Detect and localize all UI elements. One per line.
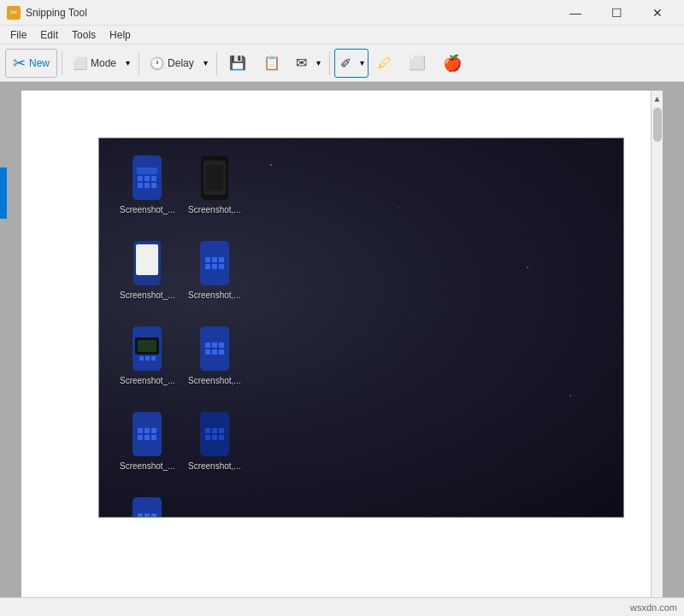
file-icon-1 <box>132 154 162 202</box>
pen-dropdown-arrow[interactable]: ▾ <box>357 49 368 78</box>
delay-dropdown-arrow[interactable]: ▾ <box>199 49 212 78</box>
left-accent <box>0 167 7 219</box>
file-label: Screenshot_... <box>120 205 174 214</box>
list-item[interactable]: Screenshot_... <box>116 403 178 478</box>
delay-icon: 🕐 <box>150 56 164 70</box>
mode-dropdown-arrow[interactable]: ▾ <box>121 49 134 78</box>
title-bar: ✂ Snipping Tool — ☐ ✕ <box>0 0 684 26</box>
list-item[interactable]: Screenshot_... <box>116 232 178 307</box>
color-picker-button[interactable]: 🍎 <box>435 49 469 78</box>
file-icon-7 <box>132 410 162 458</box>
color-picker-icon: 🍎 <box>443 54 462 73</box>
file-icon-9 <box>132 496 162 518</box>
pen-dropdown[interactable]: ✏ ▾ <box>334 49 369 78</box>
file-label: Screenshot_... <box>120 290 174 300</box>
mode-chevron-icon: ▾ <box>126 58 130 67</box>
eraser-icon: ⬜ <box>409 55 426 71</box>
send-button[interactable]: ✉ <box>290 49 312 78</box>
title-bar-left: ✂ Snipping Tool <box>7 6 87 20</box>
close-button[interactable]: ✕ <box>638 0 677 26</box>
new-label: New <box>29 57 50 69</box>
menu-bar: File Edit Tools Help <box>0 26 684 44</box>
highlighter-button[interactable]: 🖊 <box>370 49 399 78</box>
file-icon-2 <box>199 154 230 202</box>
delay-dropdown[interactable]: 🕐 Delay ▾ <box>144 49 212 78</box>
pen-icon: ✏ <box>336 53 356 73</box>
copy-button[interactable]: 📋 <box>256 49 288 78</box>
pen-chevron-icon: ▾ <box>360 58 364 67</box>
file-label: Screenshot,... <box>188 205 241 214</box>
screenshot-content: Screenshot_... Screenshot,... <box>21 91 663 597</box>
status-bar: wsxdn.com <box>0 597 684 616</box>
file-icon-8 <box>199 410 230 458</box>
list-item[interactable]: Screenshot,... <box>185 232 245 307</box>
new-button[interactable]: ✂ New <box>5 49 57 78</box>
mode-dropdown[interactable]: ⬜ Mode ▾ <box>67 49 134 78</box>
new-icon: ✂ <box>13 54 26 73</box>
list-item[interactable]: Screenshot,... <box>185 403 245 478</box>
save-icon: 💾 <box>229 55 246 71</box>
top-padding <box>21 91 663 133</box>
toolbar: ✂ New ⬜ Mode ▾ 🕐 Delay ▾ 💾 📋 ✉ <box>0 44 684 82</box>
list-item[interactable]: Screenshot_... <box>116 147 178 221</box>
mode-button[interactable]: ⬜ Mode <box>67 49 121 78</box>
scroll-thumb[interactable] <box>653 108 662 142</box>
separator-2 <box>139 51 139 75</box>
window-controls: — ☐ ✕ <box>556 0 677 26</box>
main-area: Screenshot_... Screenshot,... <box>0 82 684 597</box>
file-icon-3 <box>132 239 162 287</box>
snipped-image: Screenshot_... Screenshot,... <box>98 138 624 518</box>
mode-icon: ⬜ <box>73 56 87 70</box>
menu-help[interactable]: Help <box>103 27 138 43</box>
status-text: wsxdn.com <box>630 602 677 613</box>
pen-button[interactable]: ✏ <box>335 49 357 78</box>
menu-tools[interactable]: Tools <box>65 27 103 43</box>
send-dropdown[interactable]: ✉ ▾ <box>290 49 325 78</box>
list-item[interactable]: Screenshot_... <box>116 489 178 518</box>
save-button[interactable]: 💾 <box>221 49 254 78</box>
file-label: Screenshot_... <box>120 461 174 471</box>
list-item[interactable]: Screenshot_... <box>116 318 178 392</box>
file-icon-6 <box>199 325 230 373</box>
minimize-button[interactable]: — <box>556 0 595 26</box>
file-icon-4 <box>199 239 230 287</box>
delay-label: Delay <box>168 57 194 69</box>
delay-chevron-icon: ▾ <box>203 58 208 67</box>
mode-label: Mode <box>91 57 116 69</box>
maximize-button[interactable]: ☐ <box>597 0 636 26</box>
separator-4 <box>329 51 330 75</box>
copy-icon: 📋 <box>263 55 280 71</box>
window-title: Snipping Tool <box>26 7 87 19</box>
file-icon-5 <box>132 325 162 373</box>
separator-3 <box>216 51 217 75</box>
eraser-button[interactable]: ⬜ <box>401 49 433 78</box>
vertical-scrollbar[interactable]: ▲ <box>651 91 663 597</box>
send-icon: ✉ <box>296 55 307 71</box>
file-label: Screenshot,... <box>188 461 241 471</box>
separator-1 <box>62 51 62 75</box>
file-label: Screenshot_... <box>120 376 174 385</box>
canvas-area: Screenshot_... Screenshot,... <box>21 91 663 597</box>
delay-button[interactable]: 🕐 Delay <box>144 49 199 78</box>
scroll-up-arrow[interactable]: ▲ <box>652 92 663 104</box>
app-icon: ✂ <box>7 6 21 20</box>
list-item[interactable]: Screenshot,... <box>185 147 245 221</box>
send-dropdown-arrow[interactable]: ▾ <box>312 49 325 78</box>
list-item[interactable]: Screenshot,... <box>185 318 245 392</box>
file-label: Screenshot,... <box>188 376 241 385</box>
send-chevron-icon: ▾ <box>316 58 321 67</box>
highlighter-icon: 🖊 <box>378 56 392 71</box>
menu-file[interactable]: File <box>3 27 33 43</box>
file-label: Screenshot,... <box>188 290 241 300</box>
icon-grid-area: Screenshot_... Screenshot,... <box>99 138 270 517</box>
menu-edit[interactable]: Edit <box>33 27 65 43</box>
